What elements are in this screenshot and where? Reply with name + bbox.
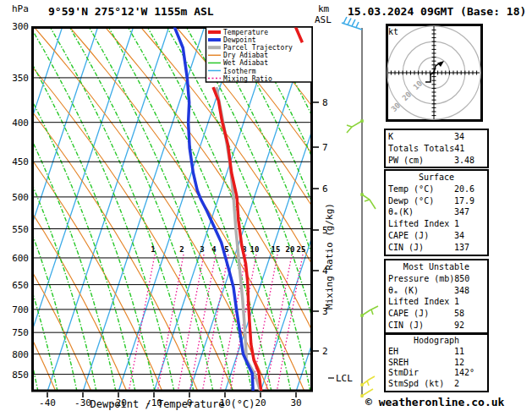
pressure-tick-label: 350: [12, 73, 29, 84]
mixing-ratio-tick-label: 2: [179, 245, 184, 254]
row-value: 34: [454, 131, 485, 143]
pressure-tick-label: 650: [12, 280, 29, 291]
temp-tick-label: 30: [290, 397, 301, 408]
table-row: Totals Totals41: [388, 143, 485, 155]
pressure-tick-label: 300: [12, 21, 29, 32]
row-label: Dewp (°C): [388, 195, 454, 207]
legend-item-label: Wet Adiabat: [223, 59, 268, 67]
mixing-ratio-tick-label: 15: [271, 245, 281, 254]
wind-barb: [347, 121, 362, 133]
mixing-ratio-axis-caption: Mixing Ratio (g/kg): [324, 203, 335, 310]
row-value: 20.6: [454, 184, 485, 195]
mixing-ratio-tick-label: 3: [200, 245, 204, 254]
km-tick-label: 6: [322, 184, 328, 195]
row-label: Totals Totals: [388, 143, 454, 155]
pressure-tick-label: 800: [12, 349, 29, 360]
row-label: StmSpd (kt): [388, 379, 454, 390]
table-row: CIN (J)92: [388, 320, 485, 332]
table-row: StmDir142°: [388, 368, 485, 379]
row-label: Lifted Index: [388, 218, 454, 230]
datetime-title: 15.03.2024 09GMT (Base: 18): [348, 5, 526, 18]
temp-tick-label: 20: [255, 397, 266, 408]
row-label: θₑ (K): [388, 285, 454, 297]
parcel-trajectory-curve: [217, 87, 261, 392]
table-title: Most Unstable: [388, 261, 485, 273]
mixing-ratio-line: [203, 255, 228, 390]
isobar-lines: [32, 78, 312, 375]
km-tick-label: 2: [322, 346, 328, 357]
row-label: CIN (J): [388, 242, 454, 254]
table-row: StmSpd (kt)2: [388, 379, 485, 390]
table-row: SREH12: [388, 358, 485, 369]
table-surface: SurfaceTemp (°C)20.6Dewp (°C)17.9θₑ(K)34…: [384, 169, 489, 256]
wind-barb-dot: [360, 383, 364, 386]
pressure-tick-label: 600: [12, 253, 29, 264]
pressure-tick-label: 400: [12, 118, 29, 129]
mixing-ratio-line: [190, 255, 216, 390]
table-row: Dewp (°C)17.9: [388, 195, 485, 207]
hodograph: 102030: [387, 25, 482, 121]
copyright-footer: © weatheronline.co.uk: [365, 396, 504, 408]
row-value: 347: [454, 206, 485, 218]
station-title: 9°59'N 275°12'W 1155m ASL: [48, 5, 214, 18]
table-row: Temp (°C)20.6: [388, 184, 485, 195]
dry-adiabat-line: [0, 26, 233, 392]
row-value: 142°: [454, 368, 485, 379]
pressure-tick-label: 500: [12, 192, 29, 203]
wind-barb: [362, 195, 376, 209]
row-label: Lifted Index: [388, 296, 454, 308]
table-row: CAPE (J)34: [388, 230, 485, 242]
temp-tick-label: -40: [39, 397, 56, 408]
lcl-label: LCL: [336, 373, 353, 384]
table-row: Lifted Index1: [388, 218, 485, 230]
row-value: 92: [454, 320, 485, 332]
temp-tick-label: -30: [74, 397, 91, 408]
wind-barb-dot: [360, 314, 364, 317]
table-row: EH11: [388, 347, 485, 358]
row-value: 41: [454, 143, 485, 155]
table-row: CIN (J)137: [388, 242, 485, 254]
row-label: Pressure (mb): [388, 273, 454, 285]
row-value: 11: [454, 347, 485, 358]
km-tick-label: 8: [322, 97, 328, 108]
skewt-sounding-page: hPa 9°59'N 275°12'W 1155m ASL km ASL 15.…: [0, 0, 532, 411]
mixing-ratio-line: [129, 255, 155, 390]
row-label: PW (cm): [388, 155, 454, 167]
asl-unit-label: ASL: [315, 14, 332, 25]
row-value: 1: [454, 296, 485, 308]
pressure-tick-label: 700: [12, 304, 29, 315]
table-row: CAPE (J)58: [388, 308, 485, 320]
wind-barb-column: [342, 17, 378, 397]
wind-barb: [362, 376, 375, 386]
pressure-tick-label: 550: [12, 224, 29, 235]
row-label: EH: [388, 347, 454, 358]
row-label: CAPE (J): [388, 230, 454, 242]
km-tick-label: 7: [322, 142, 328, 153]
mixing-ratio-line: [277, 255, 303, 390]
wind-barb-dot: [360, 119, 364, 123]
table-title: Hodograph: [388, 336, 485, 347]
table-row: PW (cm)3.48: [388, 155, 485, 167]
mixing-ratio-tick-label: 10: [250, 245, 260, 254]
table-hodograph: HodographEH11SREH12StmDir142°StmSpd (kt)…: [384, 333, 489, 392]
mixing-ratio-tick-label: 25: [297, 245, 306, 254]
chart-legend: TemperatureDewpointParcel TrajectoryDry …: [206, 27, 313, 83]
row-value: 58: [454, 308, 485, 320]
row-label: CIN (J): [388, 320, 454, 332]
row-label: K: [388, 131, 454, 143]
pressure-tick-label: 850: [12, 370, 29, 381]
wet-adiabat-line: [69, 26, 213, 392]
row-value: 17.9: [454, 195, 485, 207]
legend-item-label: Parcel Trajectory: [223, 44, 293, 52]
table-row: Pressure (mb)850: [388, 273, 485, 285]
row-label: StmDir: [388, 368, 454, 379]
table-row: Lifted Index1: [388, 296, 485, 308]
row-value: 137: [454, 242, 485, 254]
legend-item-label: Mixing Ratio: [223, 75, 272, 83]
legend-item-label: Dry Adiabat: [223, 52, 268, 59]
km-unit-label: km: [318, 3, 330, 14]
wind-barb: [342, 17, 362, 30]
hodograph-unit-label: kt: [388, 27, 398, 36]
row-value: 348: [454, 285, 485, 297]
legend-item-label: Temperature: [223, 29, 268, 36]
